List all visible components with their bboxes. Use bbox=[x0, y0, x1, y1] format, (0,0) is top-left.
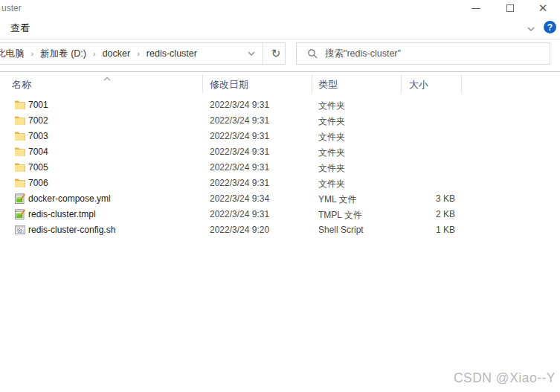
refresh-icon[interactable]: ↻ bbox=[266, 42, 286, 65]
maximize-button[interactable] bbox=[496, 0, 524, 16]
column-headers: 名称 修改日期 类型 大小 bbox=[0, 72, 560, 95]
file-row[interactable]: docker-compose.yml 2022/3/24 9:34 YML 文件… bbox=[0, 191, 560, 207]
minimize-icon bbox=[472, 8, 480, 9]
title-bar: uster ✕ bbox=[0, 0, 560, 16]
column-divider[interactable] bbox=[461, 74, 462, 93]
text-file-icon bbox=[14, 193, 26, 205]
address-divider bbox=[263, 43, 263, 64]
folder-icon bbox=[14, 177, 26, 189]
column-divider[interactable] bbox=[312, 74, 312, 93]
sort-ascending-icon bbox=[103, 72, 111, 83]
column-header-date-modified[interactable]: 修改日期 bbox=[210, 78, 248, 91]
file-row[interactable]: redis-cluster-config.sh 2022/3/24 9:20 S… bbox=[0, 222, 560, 238]
folder-icon bbox=[14, 99, 26, 111]
column-divider[interactable] bbox=[202, 74, 203, 93]
folder-icon bbox=[14, 146, 26, 158]
file-row[interactable]: 7005 2022/3/24 9:31 文件夹 bbox=[0, 160, 560, 176]
search-box[interactable]: 搜索"redis-cluster" bbox=[296, 42, 550, 65]
file-row[interactable]: 7001 2022/3/24 9:31 文件夹 bbox=[0, 97, 560, 113]
file-row[interactable]: 7004 2022/3/24 9:31 文件夹 bbox=[0, 144, 560, 160]
text-file-icon bbox=[14, 208, 26, 220]
folder-icon bbox=[14, 130, 26, 142]
shell-script-icon bbox=[14, 224, 26, 236]
window-title: uster bbox=[1, 3, 22, 13]
file-row[interactable]: 7006 2022/3/24 9:31 文件夹 bbox=[0, 176, 560, 191]
breadcrumb: 此电脑 › 新加卷 (D:) › docker › redis-cluster bbox=[0, 42, 200, 65]
breadcrumb-separator-icon: › bbox=[28, 49, 38, 58]
breadcrumb-separator-icon: › bbox=[89, 49, 100, 58]
column-header-type[interactable]: 类型 bbox=[318, 78, 338, 91]
breadcrumb-item-this-pc[interactable]: 此电脑 bbox=[0, 48, 28, 60]
column-divider[interactable] bbox=[401, 74, 402, 93]
folder-icon bbox=[14, 115, 26, 126]
file-row[interactable]: 7003 2022/3/24 9:31 文件夹 bbox=[0, 129, 560, 144]
address-dropdown-chevron-icon[interactable] bbox=[245, 42, 258, 65]
search-placeholder: 搜索"redis-cluster" bbox=[325, 48, 401, 60]
maximize-icon bbox=[506, 4, 514, 12]
breadcrumb-separator-icon: › bbox=[133, 49, 144, 58]
chevron-down-icon[interactable] bbox=[525, 23, 537, 32]
file-row[interactable]: 7002 2022/3/24 9:31 文件夹 bbox=[0, 113, 560, 129]
close-icon: ✕ bbox=[538, 3, 548, 14]
search-icon bbox=[307, 48, 318, 59]
column-header-name[interactable]: 名称 bbox=[12, 78, 31, 91]
folder-icon bbox=[14, 161, 26, 173]
watermark: CSDN @Xiao--Y bbox=[0, 370, 556, 386]
breadcrumb-item-drive-d[interactable]: 新加卷 (D:) bbox=[37, 48, 89, 60]
help-icon[interactable]: ? bbox=[544, 21, 556, 33]
breadcrumb-item-docker[interactable]: docker bbox=[100, 48, 134, 59]
close-button[interactable]: ✕ bbox=[529, 0, 557, 16]
ribbon-menu-bar: 查看 ? bbox=[0, 16, 560, 39]
column-header-size[interactable]: 大小 bbox=[409, 78, 428, 91]
breadcrumb-item-redis-cluster[interactable]: redis-cluster bbox=[144, 48, 200, 59]
menu-view[interactable]: 查看 bbox=[10, 22, 30, 35]
file-list: 7001 2022/3/24 9:31 文件夹 7002 2022/3/24 9… bbox=[0, 97, 560, 238]
explorer-window: { "window": { "title_fragment": "uster" … bbox=[0, 0, 560, 392]
file-row[interactable]: redis-cluster.tmpl 2022/3/24 9:31 TMPL 文… bbox=[0, 207, 560, 222]
minimize-button[interactable] bbox=[462, 0, 490, 16]
